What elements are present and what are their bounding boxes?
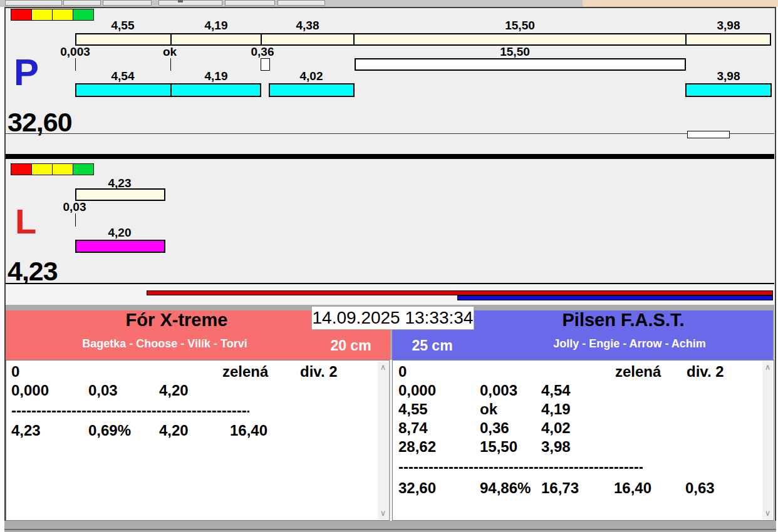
table-separator: ----------------------------------------…: [398, 459, 643, 474]
table-cell: zelená: [615, 364, 661, 379]
team-right-log-panel: [392, 360, 774, 521]
table-cell: ok: [480, 402, 497, 417]
p-cyan-bar-divider: [170, 83, 172, 97]
light-green-icon: [73, 163, 94, 175]
table-cell: 4,20: [159, 423, 189, 438]
table-separator: ----------------------------------------…: [11, 403, 249, 418]
p-white-bar: [355, 58, 686, 71]
panel-l-letter: L: [15, 204, 36, 239]
p-cyan-bar: [685, 83, 772, 97]
p-cyan-segment-label: 4,19: [205, 70, 228, 82]
p-mark-tick: [75, 58, 76, 71]
background-window-segment: [63, 0, 101, 6]
table-cell: 16,40: [614, 481, 651, 496]
progress-bar-blue: [457, 295, 773, 300]
p-top-segment-label: 4,55: [112, 19, 135, 31]
p-cream-bar-divider: [170, 33, 172, 46]
background-window-segment: [225, 0, 275, 6]
team-right-name: Pilsen F.A.S.T.: [563, 311, 685, 329]
p-mark-label: 0,36: [251, 46, 274, 58]
background-window-segment: [103, 0, 152, 6]
background-window-strip: [0, 0, 778, 7]
table-cell: 0,000: [398, 383, 436, 398]
p-cyan-segment-label: 4,02: [300, 70, 323, 82]
light-green-icon: [73, 9, 94, 21]
table-cell: 3,98: [541, 439, 571, 454]
p-top-segment-label: 15,50: [505, 19, 535, 31]
light-yellow-icon: [31, 9, 53, 21]
footer-divider: [4, 529, 776, 530]
team-left-players: Bagetka - Choose - Vilík - Torvi: [82, 338, 247, 349]
team-left-distance: 20 cm: [330, 339, 371, 353]
table-cell: 0,000: [11, 383, 49, 398]
datetime-display: 14.09.2025 13:33:34: [311, 306, 474, 330]
p-mini-white-box: [687, 131, 730, 138]
l-cream-bar: [75, 188, 165, 201]
table-cell: 0,003: [480, 383, 517, 398]
l-top-segment-label: 4,23: [108, 177, 132, 189]
table-cell: zelená: [222, 364, 268, 379]
table-cell: 4,55: [398, 402, 428, 417]
l-mark-label: 0,03: [63, 201, 86, 213]
p-top-segment-label: 3,98: [717, 19, 740, 31]
table-cell: 0,63: [685, 481, 715, 496]
team-left-name: Fór X-treme: [126, 311, 228, 329]
table-cell: 16,40: [230, 423, 267, 438]
table-cell: 0: [11, 364, 19, 379]
p-mark-label: 0,003: [60, 46, 90, 58]
screen: 4,55 4,19 4,38 15,50 3,98 0,003 ok 0,36 …: [0, 0, 778, 532]
p-cyan-bar: [75, 83, 261, 97]
team-right-players: Jolly - Engie - Arrow - Achim: [553, 338, 706, 349]
panel-p-total: 32,60: [8, 109, 72, 136]
table-cell: 0,69%: [88, 423, 131, 438]
l-magenta-bar: [75, 240, 165, 253]
p-mark-label: 15,50: [500, 46, 530, 58]
background-window-segment: [5, 0, 62, 6]
light-red-icon: [11, 163, 32, 175]
table-cell: 8,74: [398, 421, 428, 436]
panel-l-total: 4,23: [8, 258, 58, 285]
table-cell: 28,62: [398, 439, 436, 454]
background-window-segment: [277, 0, 325, 6]
table-cell: 0,03: [88, 383, 118, 398]
table-cell: 15,50: [480, 439, 517, 454]
light-red-icon: [11, 9, 32, 21]
table-cell: 4,54: [541, 383, 571, 398]
table-cell: 0: [398, 364, 407, 379]
scroll-up-icon[interactable]: ∧: [378, 362, 388, 372]
scroll-down-icon[interactable]: ∨: [378, 508, 388, 518]
team-right-distance: 25 cm: [412, 339, 452, 353]
p-cream-bar-divider: [353, 33, 355, 46]
p-cream-bar: [75, 33, 771, 46]
light-yellow-icon: [31, 163, 53, 175]
table-cell: 32,60: [398, 481, 436, 496]
right-panel-scrollbar[interactable]: ∧ ∨: [762, 361, 773, 519]
light-yellow-icon: [52, 9, 73, 21]
p-top-segment-label: 4,38: [296, 19, 319, 31]
scroll-down-icon[interactable]: ∨: [762, 508, 773, 518]
p-cream-bar-divider: [685, 33, 687, 46]
p-top-segment-label: 4,19: [205, 19, 228, 31]
table-cell: div. 2: [300, 364, 338, 379]
table-cell: div. 2: [687, 364, 724, 379]
p-small-white-box: [261, 58, 270, 71]
table-cell: 4,19: [541, 402, 571, 417]
p-mark-label: ok: [163, 46, 177, 58]
p-cyan-segment-label: 3,98: [717, 70, 740, 82]
table-cell: 16,73: [541, 481, 579, 496]
panel-p-letter: P: [14, 54, 39, 91]
background-window-mark: [178, 0, 183, 3]
p-cyan-bar: [269, 83, 355, 97]
scroll-up-icon[interactable]: ∧: [762, 362, 773, 372]
table-cell: 94,86%: [480, 481, 531, 496]
p-cyan-segment-label: 4,54: [112, 70, 135, 82]
light-yellow-icon: [52, 163, 73, 175]
team-left-log-panel: [6, 360, 390, 521]
status-lights-l: [11, 163, 93, 175]
l-magenta-segment-label: 4,20: [108, 227, 132, 238]
p-cream-bar-divider: [261, 33, 262, 46]
left-panel-scrollbar[interactable]: ∧ ∨: [378, 361, 388, 519]
progress-bar-red: [147, 290, 773, 295]
table-cell: 0,36: [480, 421, 509, 436]
panel-divider: [6, 154, 774, 159]
